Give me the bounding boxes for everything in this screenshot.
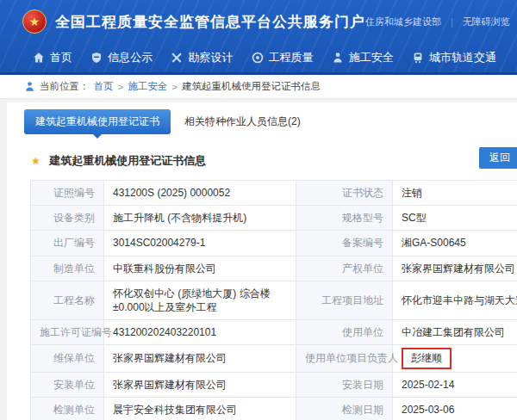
field-value: 施工升降机 (不含物料提升机) xyxy=(104,206,296,231)
field-label: 使用单位 xyxy=(296,320,393,345)
red-highlight-box: 彭继顺 xyxy=(402,348,452,368)
field-value: 张家界国辉建材有限公司 xyxy=(104,372,296,397)
field-value: 怀化市迎丰中路与湖天大道交汇处西南侧 xyxy=(393,281,517,319)
field-value: 3014SC02004279-1 xyxy=(104,231,296,256)
field-label: 出厂编号 xyxy=(31,231,104,256)
nav-item-urban-rail[interactable]: 城市轨道交通 xyxy=(412,50,496,65)
field-value: 中冶建工集团有限公司 xyxy=(393,320,517,345)
nav-item-info-disclosure[interactable]: 信息公示 xyxy=(90,50,153,65)
field-label: 证照编号 xyxy=(31,181,104,206)
nav-item-survey-design[interactable]: 勘察设计 xyxy=(171,50,233,65)
table-row: 制造单位中联重科股份有限公司产权单位张家界国辉建材有限公司 xyxy=(31,256,517,281)
topbar: ★ 全国工程质量安全监管信息平台公共服务门户 住房和城乡建设部 ｜ 无障碍浏览 … xyxy=(0,0,517,43)
field-label: 检测单位 xyxy=(31,397,104,420)
table-row: 工程名称怀化双创中心 (原绿地大厦) 综合楼±0.000以上及室外工程工程项目地… xyxy=(31,281,517,319)
breadcrumb-construction-safety[interactable]: 施工安全 xyxy=(128,80,167,93)
certificate-table: 证照编号431200S (2025) 0000052证书状态注销设备类别施工升降… xyxy=(30,180,517,420)
field-value: 431200202403220101 xyxy=(104,320,296,345)
breadcrumb-separator: > xyxy=(118,82,124,92)
site-header: ★ 全国工程质量安全监管信息平台公共服务门户 住房和城乡建设部 ｜ 无障碍浏览 … xyxy=(0,0,517,75)
field-label: 检测日期 xyxy=(296,397,393,420)
field-label: 安装日期 xyxy=(296,372,393,397)
breadcrumb: 当前位置： 首页 > 施工安全 > 建筑起重机械使用登记证书信息 xyxy=(0,75,517,99)
field-label: 设备类别 xyxy=(31,206,104,231)
badge-icon xyxy=(90,52,103,64)
table-row: 证照编号431200S (2025) 0000052证书状态注销 xyxy=(31,181,517,206)
worker-icon xyxy=(332,52,344,64)
field-value: 431200S (2025) 0000052 xyxy=(104,181,296,206)
field-label: 维保单位 xyxy=(31,345,104,372)
certificate-table-body: 证照编号431200S (2025) 0000052证书状态注销设备类别施工升降… xyxy=(31,181,517,420)
field-value: 张家界国辉建材有限公司 xyxy=(104,345,296,372)
field-label: 使用单位项目负责人 xyxy=(296,345,393,372)
field-label: 安装单位 xyxy=(31,372,104,397)
tab-crane-certificate[interactable]: 建筑起重机械使用登记证书 xyxy=(24,109,171,134)
main-nav: 首页 信息公示 勘察设计 工程质量 施工安全 城市轨道交通 xyxy=(0,43,517,72)
section-header: ★ 建筑起重机械使用登记证书信息 返回 xyxy=(7,134,517,180)
quality-target-icon xyxy=(252,52,264,64)
page: ★ 全国工程质量安全监管信息平台公共服务门户 住房和城乡建设部 ｜ 无障碍浏览 … xyxy=(0,0,517,420)
field-value: 2025-02-14 xyxy=(393,372,517,397)
field-value: 湘GA-S00645 xyxy=(393,231,517,256)
separator: ｜ xyxy=(447,15,457,28)
table-row: 设备类别施工升降机 (不含物料提升机)规格型号SC型 xyxy=(31,206,517,231)
field-value: 注销 xyxy=(393,181,517,206)
back-button[interactable]: 返回 xyxy=(479,147,517,169)
field-value: 中联重科股份有限公司 xyxy=(104,256,296,281)
breadcrumb-separator: > xyxy=(171,82,178,92)
field-label: 工程项目地址 xyxy=(296,281,393,319)
breadcrumb-prefix: 当前位置： xyxy=(40,80,90,93)
section-title: 建筑起重机械使用登记证书信息 xyxy=(49,154,206,167)
design-tools-icon xyxy=(171,52,183,64)
nav-label: 首页 xyxy=(50,50,72,65)
field-value: 2025-03-06 xyxy=(393,397,517,420)
nav-item-construction-safety[interactable]: 施工安全 xyxy=(332,50,394,65)
field-value: SC型 xyxy=(393,206,517,231)
star-icon: ★ xyxy=(31,155,40,167)
national-emblem-icon: ★ xyxy=(22,9,47,34)
nav-label: 城市轨道交通 xyxy=(429,50,496,65)
field-label: 制造单位 xyxy=(31,256,104,281)
site-title: 全国工程质量安全监管信息平台公共服务门户 xyxy=(55,12,365,32)
field-label: 工程名称 xyxy=(31,281,104,319)
accessibility-link[interactable]: 无障碍浏览 xyxy=(463,15,510,28)
field-label: 备案编号 xyxy=(296,231,393,256)
table-row: 维保单位张家界国辉建材有限公司使用单位项目负责人彭继顺 xyxy=(31,345,517,372)
table-row: 出厂编号3014SC02004279-1备案编号湘GA-S00645 xyxy=(31,231,517,256)
field-value: 怀化双创中心 (原绿地大厦) 综合楼±0.000以上及室外工程 xyxy=(104,281,296,319)
field-label: 施工许可证编号 xyxy=(31,320,104,345)
nav-label: 工程质量 xyxy=(269,50,314,65)
emblem-star: ★ xyxy=(29,15,40,28)
nav-item-project-quality[interactable]: 工程质量 xyxy=(252,50,314,65)
nav-label: 信息公示 xyxy=(108,50,153,65)
train-icon xyxy=(412,52,424,64)
ministry-link[interactable]: 住房和城乡建设部 xyxy=(365,15,441,28)
field-label: 规格型号 xyxy=(296,206,393,231)
breadcrumb-current: 建筑起重机械使用登记证书信息 xyxy=(182,80,321,93)
home-icon xyxy=(33,52,45,64)
field-value: 晨宇安全科技集团有限公司 xyxy=(104,397,296,420)
content-card: 建筑起重机械使用登记证书 相关特种作业人员信息(2) ★ 建筑起重机械使用登记证… xyxy=(7,102,517,420)
breadcrumb-home[interactable]: 首页 xyxy=(94,80,114,93)
topbar-links: 住房和城乡建设部 ｜ 无障碍浏览 ｜ 登录 xyxy=(365,15,517,28)
field-value: 张家界国辉建材有限公司 xyxy=(393,256,517,281)
location-person-icon xyxy=(24,81,35,92)
nav-label: 施工安全 xyxy=(349,50,394,65)
tab-bar: 建筑起重机械使用登记证书 相关特种作业人员信息(2) xyxy=(7,102,517,134)
field-value: 彭继顺 xyxy=(393,345,517,372)
table-row: 施工许可证编号431200202403220101使用单位中冶建工集团有限公司 xyxy=(31,320,517,345)
tab-special-personnel[interactable]: 相关特种作业人员信息(2) xyxy=(179,109,306,134)
nav-label: 勘察设计 xyxy=(188,50,233,65)
nav-item-home[interactable]: 首页 xyxy=(33,50,72,65)
table-row: 安装单位张家界国辉建材有限公司安装日期2025-02-14 xyxy=(31,372,517,397)
field-label: 产权单位 xyxy=(296,256,393,281)
field-label: 证书状态 xyxy=(296,181,393,206)
table-row: 检测单位晨宇安全科技集团有限公司检测日期2025-03-06 xyxy=(31,397,517,420)
